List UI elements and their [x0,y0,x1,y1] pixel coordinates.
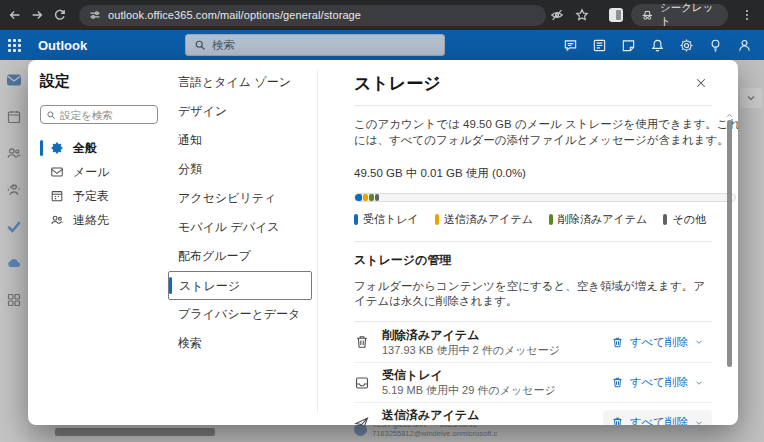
more-apps-icon [6,292,22,308]
delete-all-button[interactable]: すべて削除 [603,370,712,395]
settings-dialog: 設定 全般 メール 予定表 [28,60,738,425]
settings-nav-general[interactable]: 全般 [40,136,168,160]
forward-arrow-icon [30,8,44,22]
delete-all-label: すべて削除 [630,335,688,350]
delete-all-button[interactable]: すべて削除 [603,410,712,425]
reload-icon [53,8,67,22]
settings-nav-label: 予定表 [73,188,109,205]
settings-nav-panel: 設定 全般 メール 予定表 [28,60,168,425]
notifications-bell-icon[interactable] [650,38,665,53]
legend-label: 送信済みアイテム [444,212,533,227]
reload-button[interactable] [49,3,71,27]
app-title: Outlook [38,38,87,53]
tips-lightbulb-icon[interactable] [708,38,723,53]
trash-icon [611,416,624,425]
chevron-down-icon [745,92,757,104]
calendar-module-icon [6,109,22,125]
folder-row-deleted-items: 削除済みアイテム 137.93 KB 使用中 2 件のメッセージ すべて削除 [354,322,712,362]
storage-usage-bar [354,193,736,202]
header-search-box[interactable] [185,34,445,56]
trash-icon [354,334,370,350]
divider [354,105,712,106]
panel-scrollbar[interactable] [727,112,732,422]
onedrive-module-icon [6,255,22,271]
scroll-up-arrow-icon[interactable] [725,106,734,115]
back-button[interactable] [4,3,26,27]
office-apps-icon[interactable] [592,38,607,53]
legend-color-mark [354,214,358,225]
chat-icon[interactable] [563,38,578,53]
back-arrow-icon [8,8,22,22]
legend-color-mark [663,214,667,225]
account-person-icon[interactable] [737,38,752,53]
folder-title: 送信済みアイテム [382,408,560,422]
tracking-prevention-button[interactable] [546,3,568,27]
category-storage[interactable]: ストレージ [168,271,312,300]
settings-gear-icon[interactable] [679,38,694,53]
delete-all-label: すべて削除 [630,375,688,390]
storage-legend: 受信トレイ 送信済みアイテム 削除済みアイテム その他 [354,212,712,227]
category-mobile-devices[interactable]: モバイル デバイス [168,213,318,242]
settings-search-box[interactable] [40,105,158,124]
header-search-input[interactable] [212,39,436,51]
folder-row-sent-items: 送信済みアイテム 335.88 KB 使用中 9 件のメッセージ すべて削除 [354,402,712,425]
scrollbar-thumb[interactable] [727,120,732,367]
settings-title: 設定 [40,72,168,91]
background-email-address: 7183255812@windelve.onmicrosoft.c [372,429,702,438]
legend-item: その他 [663,212,706,227]
storage-panel: ストレージ このアカウントでは 49.50 GB のメール ストレージを使用でき… [326,60,738,425]
category-search[interactable]: 検索 [168,329,318,358]
storage-page-title: ストレージ [354,72,441,95]
folder-detail: 5.19 MB 使用中 29 件のメッセージ [382,384,556,397]
category-categories[interactable]: 分類 [168,155,318,184]
storage-management-desc: フォルダーからコンテンツを空にすると、空き領域が増えます。アイテムは永久に削除さ… [354,279,712,309]
waffle-icon [8,39,21,52]
close-icon [695,77,707,89]
forward-button[interactable] [26,3,48,27]
outlook-header: Outlook [0,30,764,60]
address-bar[interactable]: outlook.office365.com/mail/options/gener… [79,5,546,26]
folder-title: 削除済みアイテム [382,328,560,342]
bookmark-button[interactable] [572,3,594,27]
eye-off-icon [550,8,564,22]
notes-icon[interactable] [621,38,636,53]
category-distribution-groups[interactable]: 配布グループ [168,242,318,271]
close-dialog-button[interactable] [690,72,712,94]
delete-all-button[interactable]: すべて削除 [603,330,712,355]
url-text: outlook.office365.com/mail/options/gener… [108,9,361,21]
storage-management-title: ストレージの管理 [354,252,712,269]
settings-nav-calendar[interactable]: 予定表 [40,184,168,208]
incognito-spy-icon [641,8,654,22]
chevron-down-icon [694,337,704,347]
background-dropdown-stub [740,88,762,108]
chevron-down-icon [694,418,704,426]
chevron-down-icon [694,378,704,388]
send-icon [354,415,370,426]
sidebar-toggle-button[interactable] [609,8,624,22]
category-privacy-data[interactable]: プライバシーとデータ [168,300,318,329]
incognito-badge: シークレット [631,4,728,26]
category-appearance[interactable]: デザイン [168,97,318,126]
settings-search-input[interactable] [60,109,152,121]
legend-item: 受信トレイ [354,212,419,227]
category-notifications[interactable]: 通知 [168,126,318,155]
legend-color-mark [435,214,439,225]
envelope-icon [50,165,64,179]
people-icon [50,213,64,227]
todo-module-icon [6,219,22,235]
settings-nav-mail[interactable]: メール [40,160,168,184]
legend-color-mark [549,214,553,225]
settings-nav-label: メール [73,164,110,181]
storage-intro-text: このアカウントでは 49.50 GB のメール ストレージを使用できます。これに… [354,116,738,148]
folder-list: 削除済みアイテム 137.93 KB 使用中 2 件のメッセージ すべて削除 受… [354,322,712,425]
search-icon [46,110,56,120]
category-language-timezone[interactable]: 言語とタイム ゾーン [168,68,318,97]
settings-nav-label: 全般 [73,140,97,157]
usage-bar-segment [369,194,374,201]
settings-nav-contacts[interactable]: 連絡先 [40,208,168,232]
browser-chrome: outlook.office365.com/mail/options/gener… [0,0,764,30]
storage-usage-line: 49.50 GB 中 0.01 GB 使用 (0.0%) [354,166,712,181]
app-launcher-button[interactable] [0,30,28,60]
category-accessibility[interactable]: アクセシビリティ [168,184,318,213]
browser-menu-button[interactable] [736,3,758,27]
